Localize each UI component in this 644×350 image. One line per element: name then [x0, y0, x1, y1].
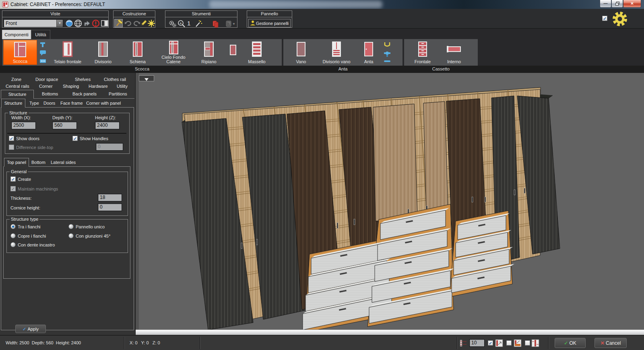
ok-button[interactable]: ✓ OK	[555, 338, 586, 348]
schiena-icon	[131, 41, 144, 57]
group-label-scocca: Scocca	[2, 66, 282, 72]
ribbon-item-anta[interactable]: Anta	[357, 40, 381, 65]
mini-media-icon[interactable]	[39, 58, 47, 64]
split-view-icon[interactable]	[101, 19, 109, 27]
ribbon-item-interno[interactable]: Interno	[440, 40, 469, 65]
undo-icon[interactable]	[124, 19, 132, 27]
status-zoom-field[interactable]: 10	[469, 339, 485, 347]
ribbon-item-ripiano[interactable]: Ripiano	[194, 40, 224, 65]
magic-wand-icon[interactable]	[194, 20, 202, 28]
ribbon-item-cielo-fondo-catene[interactable]: Cielo Fondo Catene	[156, 40, 191, 65]
reset-warning-icon[interactable]	[92, 19, 100, 27]
status-panel-icon-2[interactable]	[514, 339, 522, 347]
ribbon-item-divisorio[interactable]: Divisorio	[87, 40, 119, 65]
panel-tab-hardware[interactable]: Hardware	[89, 84, 108, 89]
radio-pannello-unico[interactable]	[68, 224, 74, 229]
subtab-corner-with-panel[interactable]: Corner with panel	[86, 101, 121, 106]
subtab-structure[interactable]: Structure	[1, 99, 25, 108]
panels-icon[interactable]	[212, 20, 220, 28]
panel-tab-shaping[interactable]: Shaping	[63, 84, 79, 89]
apply-button[interactable]: ✓ Apply	[15, 325, 46, 333]
ribbon-item-vano[interactable]: Vano	[287, 40, 316, 65]
ribbon-item-massello[interactable]: Massello	[242, 40, 272, 65]
thickness-field[interactable]: 18	[98, 194, 122, 201]
difference-side-top-checkbox[interactable]: ✓	[9, 145, 14, 150]
hinge-icon[interactable]	[383, 50, 391, 57]
ribbon-item-frontale[interactable]: Frontale	[407, 40, 438, 65]
panel-tab-corner[interactable]: Corner	[39, 84, 53, 89]
radio-copre-i-fianchi[interactable]	[10, 233, 16, 238]
close-button[interactable]: ✕	[623, 0, 641, 8]
ribbon-item-schiena[interactable]: Schiena	[122, 40, 153, 65]
disabled-tool-icon[interactable]	[225, 20, 233, 28]
minimize-button[interactable]: —	[600, 0, 611, 8]
height-field[interactable]: 2400	[95, 122, 120, 129]
show-doors-checkbox[interactable]: ✓	[9, 136, 14, 141]
search-icon[interactable]: a	[178, 20, 186, 28]
subtab-type[interactable]: Type	[29, 101, 39, 106]
panel-tab-clothes-rail[interactable]: Clothes rail	[104, 77, 126, 82]
tab-top-panel[interactable]: Top panel	[4, 158, 29, 167]
status-panel-icon-1[interactable]	[495, 339, 503, 347]
status-checkbox-3[interactable]: ✓	[525, 340, 530, 346]
panel-tab-zone[interactable]: Zone	[11, 77, 21, 82]
ribbon-item-telaio-frontale[interactable]: Telaio frontale	[50, 40, 85, 65]
hammer-icon[interactable]	[115, 19, 123, 27]
difference-side-top-field[interactable]: 0	[96, 143, 123, 151]
panel-tab-back-panels[interactable]: Back panels	[72, 91, 97, 96]
radio-con-giunzioni[interactable]	[68, 233, 74, 238]
edit-pencil-icon[interactable]	[139, 19, 147, 27]
ribbon-item-scocca[interactable]: Scocca	[3, 40, 37, 65]
maintain-machinings-checkbox[interactable]: ✓	[10, 186, 16, 191]
new-sun-icon[interactable]	[147, 19, 155, 27]
mini-comment-icon[interactable]	[39, 50, 47, 56]
tab-utilita[interactable]: Utilità	[31, 30, 50, 39]
ribbon-item-divisorio-vano[interactable]: Divisorio vano	[318, 40, 355, 65]
panel-tab-utility[interactable]: Utility	[117, 84, 128, 89]
globe-view-icon[interactable]	[74, 19, 82, 27]
show-handles-checkbox[interactable]: ✓	[72, 136, 78, 141]
width-field[interactable]: 2500	[11, 122, 36, 129]
create-checkbox[interactable]: ✓	[10, 176, 16, 182]
toolbar-group-costruzione: Costruzione	[113, 10, 155, 28]
subtab-doors[interactable]: Doors	[43, 101, 55, 106]
bar-icon[interactable]	[383, 59, 391, 63]
gestione-pannelli-button[interactable]: Gestione pannelli	[248, 19, 291, 27]
orbit-view-icon[interactable]	[65, 19, 73, 27]
mini-text-tool-icon[interactable]	[39, 41, 47, 48]
radio-con-dente-incastro[interactable]	[10, 242, 16, 247]
tool-dropdown-arrow-icon[interactable]: ▼	[232, 22, 235, 26]
status-checkbox-2[interactable]: ✓	[506, 340, 512, 346]
panel-tab-structure[interactable]: Structure	[1, 90, 34, 99]
panel-tab-partitions[interactable]: Partitions	[109, 91, 127, 96]
settings-gear-icon[interactable]	[611, 10, 629, 28]
viewport-dropdown-button[interactable]	[139, 75, 154, 81]
handle-u-icon[interactable]	[383, 41, 391, 48]
settings-gears-icon[interactable]	[169, 20, 177, 28]
status-dimensions: Width: 2500 Depth: 560 Height: 2400	[6, 340, 81, 345]
status-panel-icon-3[interactable]	[531, 339, 539, 347]
radio-tra-i-fianchi[interactable]	[10, 224, 16, 229]
panel-tab-central-rails[interactable]: Central rails	[6, 84, 29, 89]
tab-bottom[interactable]: Bottom	[31, 160, 45, 165]
status-drawer-profile-icon[interactable]	[460, 340, 467, 347]
panel-tab-bottoms[interactable]: Bottoms	[42, 91, 58, 96]
panel-tab-shelves[interactable]: Shelves	[75, 77, 91, 82]
tab-lateral-sides[interactable]: Lateral sides	[51, 160, 76, 165]
depth-field[interactable]: 560	[52, 122, 77, 129]
radio-copre-i-fianchi-label: Copre i fianchi	[18, 234, 46, 238]
panel-tab-door-space[interactable]: Door space	[35, 77, 58, 82]
tool-number-label[interactable]: 1	[187, 20, 193, 28]
subtab-face-frame[interactable]: Face frame	[60, 101, 83, 106]
cancel-button[interactable]: ✕ Cancel	[594, 338, 627, 348]
tab-componenti[interactable]: Componenti	[2, 30, 31, 39]
small-panel-icon[interactable]	[229, 44, 237, 56]
viewport-3d[interactable]	[136, 73, 644, 329]
options-checkbox[interactable]: ✓	[602, 16, 607, 21]
viewport-hscrollbar[interactable]	[136, 329, 644, 335]
cornice-height-field[interactable]: 0	[98, 203, 122, 211]
restore-button[interactable]	[611, 0, 623, 8]
view-select[interactable]: Front ▼	[4, 19, 63, 27]
export-view-icon[interactable]	[83, 19, 91, 27]
status-checkbox-1[interactable]: ✓	[488, 340, 493, 346]
